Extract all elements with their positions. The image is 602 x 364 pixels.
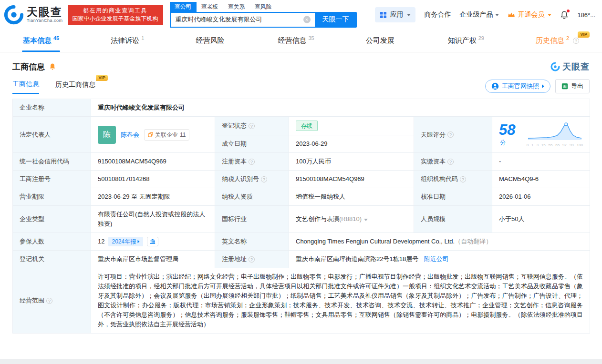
- help-icon[interactable]: [249, 159, 255, 165]
- open-vip-label: 开通会员: [518, 10, 544, 19]
- reg-number-value: 500108017014268: [91, 171, 215, 188]
- tab-count: 45: [53, 35, 59, 41]
- apps-menu[interactable]: 应用: [375, 7, 415, 22]
- search-tab-boss[interactable]: 查老板: [197, 2, 223, 12]
- field-label: 核准日期: [414, 188, 492, 206]
- official-snapshot-button[interactable]: 工商官网快照: [485, 80, 550, 93]
- help-icon[interactable]: [46, 298, 52, 304]
- table-row: 企业类型 有限责任公司(自然人投资或控股的法人独资) 国标行业 文艺创作与表演(…: [13, 206, 590, 233]
- subtab-business-info[interactable]: 工商信息: [12, 78, 39, 94]
- field-label: 登记状态: [215, 117, 289, 135]
- tianyancha-logo-icon: [4, 5, 24, 25]
- user-phone[interactable]: 186*...: [577, 11, 595, 19]
- brand-logo[interactable]: 天眼查 TianYanCha.com: [4, 5, 63, 25]
- paid-capital-value: -: [492, 153, 590, 171]
- help-icon[interactable]: [447, 159, 454, 165]
- insured-count: 12: [98, 237, 104, 246]
- tab-history-info[interactable]: 历史信息 2 VIP: [532, 30, 583, 52]
- reg-capital-value: 100万人民币: [289, 153, 414, 171]
- company-type-value: 有限责任公司(自然人投资或控股的法人独资): [91, 206, 215, 233]
- export-button[interactable]: 导出: [555, 79, 590, 93]
- help-icon[interactable]: [447, 131, 454, 138]
- field-label: 纳税人资质: [215, 188, 289, 206]
- tab-operation-info[interactable]: 经营信息 35: [274, 30, 318, 52]
- taxpayer-quality-value: 增值税一般纳税人: [289, 188, 414, 206]
- promo-line1: 都在用的商业查询工具: [73, 7, 158, 15]
- top-navigation: 应用 商务合作 企业级产品 开通会员 186*...: [375, 7, 595, 22]
- chevron-right-icon: [542, 84, 544, 88]
- english-name-value: Chongqing Times Fengjun Cultural Develop…: [296, 238, 455, 245]
- table-row: 营业期限 2023-06-29 至 无固定期限 纳税人资质 增值税一般纳税人 核…: [13, 188, 590, 206]
- chevron-down-icon[interactable]: [364, 219, 368, 221]
- field-label: 注册地址: [215, 251, 289, 268]
- related-companies-badge[interactable]: 关联企业 11: [144, 129, 189, 141]
- help-icon[interactable]: [249, 256, 255, 263]
- tab-label: 经营信息: [278, 36, 306, 45]
- field-label: 实缴资本: [414, 153, 492, 171]
- score-sparkline-chart: 0131555659799100: [527, 122, 583, 147]
- watermark-text: 天眼查: [562, 61, 590, 72]
- enterprise-products-menu[interactable]: 企业级产品: [459, 10, 499, 19]
- business-cooperation-link[interactable]: 商务合作: [424, 10, 451, 19]
- field-label: 天眼评分: [414, 117, 492, 153]
- subtab-history-business-info[interactable]: 历史工商信息 VIP: [55, 79, 95, 93]
- field-label: 注册资本: [215, 153, 289, 171]
- field-label: 企业名称: [13, 99, 91, 117]
- reg-authority-value: 重庆市南岸区市场监督管理局: [91, 251, 215, 268]
- reg-address-cell: 重庆市南岸区南坪街道南滨路22号1栋18层号 附近公司: [289, 251, 590, 268]
- promo-line2: 国家中小企业发展子基金旗下机构: [73, 15, 158, 23]
- business-term-value: 2023-06-29 至 无固定期限: [91, 188, 215, 206]
- notification-bell-icon[interactable]: [560, 10, 569, 19]
- table-row: 登记机关 重庆市南岸区市场监督管理局 注册地址 重庆市南岸区南坪街道南滨路22号…: [13, 251, 590, 268]
- tab-company-development[interactable]: 公司发展: [362, 30, 400, 52]
- search-box: 天眼一下: [170, 12, 357, 28]
- search-tab-relation[interactable]: 查关系: [223, 2, 250, 12]
- search-tab-risk[interactable]: 查风险: [250, 2, 277, 12]
- tab-basic-info[interactable]: 基本信息 45: [19, 30, 63, 52]
- search-button[interactable]: 天眼一下: [315, 12, 357, 28]
- subtab-row: 工商信息 历史工商信息 VIP 工商官网快照 导出: [0, 74, 602, 94]
- field-label: 人员规模: [414, 206, 492, 233]
- score-cell: 58分 0131555659799100: [492, 117, 590, 153]
- tab-label: 法律诉讼: [111, 36, 139, 45]
- staff-size-value: 小于50人: [492, 206, 590, 233]
- tab-intellectual-property[interactable]: 知识产权 29: [444, 30, 488, 52]
- search-input[interactable]: [170, 12, 315, 28]
- tab-legal-litigation[interactable]: 法律诉讼 1: [107, 30, 148, 52]
- social-insurance-agency-icon[interactable]: [147, 237, 158, 246]
- brand-name: 天眼查: [27, 6, 63, 18]
- table-row: 参保人数 12 2024年报 英文名称 Chongqing Times Feng…: [13, 233, 590, 251]
- search-tab-company[interactable]: 查公司: [170, 2, 197, 12]
- vip-badge: VIP: [96, 75, 108, 81]
- clear-search-icon[interactable]: [303, 16, 311, 23]
- brand-domain: TianYanCha.com: [27, 19, 63, 23]
- tab-operation-risk[interactable]: 经营风险: [192, 30, 230, 52]
- search-area: 查公司 查老板 查关系 查风险 天眼一下: [170, 2, 357, 28]
- avatar[interactable]: 陈: [98, 126, 116, 144]
- field-label: 统一社会信用代码: [13, 153, 91, 171]
- vip-badge: VIP: [578, 31, 590, 38]
- field-label: 英文名称: [215, 233, 289, 251]
- export-label: 导出: [571, 82, 583, 91]
- field-label: 企业类型: [13, 206, 91, 233]
- help-icon[interactable]: [573, 38, 579, 44]
- help-icon[interactable]: [261, 176, 267, 182]
- credit-code-value: 91500108MACM54Q969: [91, 153, 215, 171]
- approval-date-value: 2026-01-06: [492, 188, 590, 206]
- legal-rep-link[interactable]: 陈春会: [121, 130, 139, 140]
- open-vip-menu[interactable]: 开通会员: [508, 10, 551, 19]
- chevron-down-icon: [495, 14, 499, 16]
- annual-report-badge[interactable]: 2024年报: [108, 237, 143, 246]
- help-icon[interactable]: [249, 123, 255, 129]
- crown-icon: [508, 12, 515, 18]
- field-label: 成立日期: [215, 135, 289, 153]
- subscribe-bell-icon[interactable]: [49, 63, 56, 71]
- legal-rep-cell: 陈 陈春会 关联企业 11: [91, 117, 215, 153]
- tab-label: 历史信息: [536, 36, 564, 45]
- field-label: 营业期限: [13, 188, 91, 206]
- nearby-companies-link[interactable]: 附近公司: [424, 255, 449, 263]
- search-tabs: 查公司 查老板 查关系 查风险: [170, 2, 357, 12]
- help-icon[interactable]: [460, 176, 466, 182]
- section-header: 工商信息 天眼查: [0, 52, 602, 74]
- field-label: 法定代表人: [13, 117, 91, 153]
